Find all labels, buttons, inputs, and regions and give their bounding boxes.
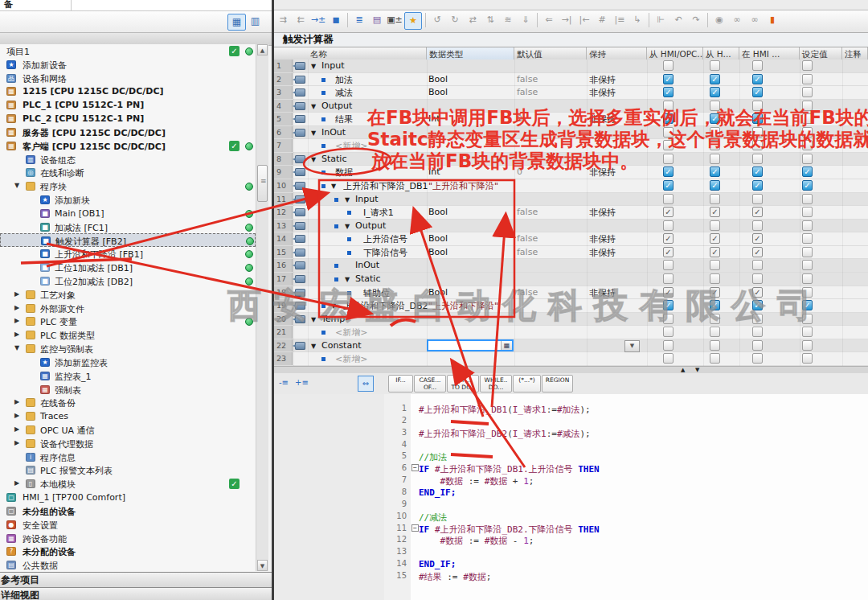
in-hmi-checkbox[interactable]: ✓ bbox=[752, 207, 763, 217]
setpoint-checkbox[interactable] bbox=[802, 273, 813, 284]
hmi-opc-checkbox[interactable]: ✓ bbox=[663, 87, 674, 97]
table-row-16[interactable]: 16InOut bbox=[274, 259, 868, 273]
in-hmi-checkbox[interactable]: ✓ bbox=[752, 74, 763, 84]
setpoint-checkbox[interactable] bbox=[802, 87, 813, 97]
sidebar-item-27[interactable]: ▶Traces bbox=[0, 409, 256, 424]
load-start-values-icon[interactable]: →± bbox=[310, 12, 326, 28]
in-hmi-checkbox[interactable]: ✓ bbox=[752, 87, 763, 97]
insert-row-icon[interactable]: ⇉ bbox=[275, 12, 291, 28]
member-datatype[interactable]: Bool bbox=[428, 233, 448, 244]
from-hmi-checkbox[interactable] bbox=[710, 260, 720, 270]
setpoint-checkbox[interactable] bbox=[802, 127, 813, 138]
setpoint-checkbox[interactable] bbox=[802, 340, 813, 351]
snippet-for-button[interactable]: FOR... TO DO.. bbox=[447, 375, 479, 392]
hmi-opc-checkbox[interactable] bbox=[663, 353, 674, 364]
insert-network-icon[interactable]: ⊩ bbox=[653, 12, 669, 28]
setpoint-checkbox[interactable] bbox=[802, 287, 813, 298]
redo-icon[interactable]: ↷ bbox=[688, 12, 704, 28]
table-row-14[interactable]: 14上升沿信号Boolfalse非保持✓✓✓ bbox=[274, 232, 868, 246]
compare-values-icon[interactable]: ≋ bbox=[500, 12, 516, 28]
table-row-9[interactable]: 9数据Int0非保持✓✓✓✓ bbox=[274, 166, 868, 179]
overview-toggle-icon[interactable]: ▦ bbox=[227, 14, 246, 31]
sidebar-item-12[interactable]: ■Main [OB1] bbox=[0, 207, 256, 221]
sidebar-item-16[interactable]: ■工位1加减法 [DB1] bbox=[0, 261, 256, 275]
go-offline-icon[interactable]: ∞ bbox=[747, 12, 763, 28]
hmi-opc-checkbox[interactable]: ✓ bbox=[663, 180, 674, 191]
column-header-6[interactable]: 在 HMI ... bbox=[739, 47, 800, 60]
member-datatype[interactable]: Int bbox=[428, 113, 440, 124]
hmi-opc-checkbox[interactable]: ✓ bbox=[663, 300, 674, 310]
column-header-1[interactable]: 数据类型 bbox=[427, 47, 514, 60]
hmi-opc-checkbox[interactable]: ✓ bbox=[663, 113, 674, 124]
column-header-8[interactable]: 注释 bbox=[842, 47, 868, 60]
in-hmi-checkbox[interactable]: ✓ bbox=[752, 113, 763, 124]
from-hmi-checkbox[interactable] bbox=[710, 273, 720, 284]
sidebar-item-10[interactable]: ▼程序块 bbox=[0, 179, 256, 194]
setpoint-checkbox[interactable] bbox=[802, 60, 813, 71]
sidebar-item-28[interactable]: ▶OPC UA 通信 bbox=[0, 423, 256, 438]
snippet-region-button[interactable]: REGION bbox=[542, 375, 573, 392]
snippet-while-button[interactable]: WHILE.. DO... bbox=[480, 375, 512, 392]
table-row-11[interactable]: 11▼Input bbox=[274, 193, 868, 207]
member-name[interactable]: Output bbox=[321, 101, 352, 111]
retain-dropdown[interactable]: ▼ bbox=[624, 340, 640, 352]
sidebar-item-4[interactable]: ▦PLC_1 [CPU 1512C-1 PN] bbox=[0, 98, 256, 113]
member-name[interactable]: 下降沿信号 bbox=[363, 247, 407, 259]
sidebar-item-6[interactable]: ▦服务器 [CPU 1215C DC/DC/DC] bbox=[0, 125, 256, 140]
code-line-12[interactable]: #数据 := #数据 - 1; bbox=[419, 535, 534, 547]
member-datatype[interactable]: "上升沿和下降沿" bbox=[428, 300, 498, 312]
table-row-18[interactable]: 18辅助位Boolfalse非保持✓✓✓ bbox=[274, 286, 868, 300]
sidebar-item-37[interactable]: ?未分配的设备 bbox=[0, 545, 256, 559]
block-interface-icon[interactable]: ▤ bbox=[369, 12, 385, 28]
chevron-down-icon[interactable]: ▼ bbox=[311, 156, 316, 163]
in-hmi-checkbox[interactable]: ✓ bbox=[752, 287, 763, 298]
from-hmi-checkbox[interactable] bbox=[710, 340, 720, 351]
hmi-opc-checkbox[interactable] bbox=[663, 140, 674, 150]
scroll-down-icon[interactable]: ▼ bbox=[257, 560, 268, 571]
setpoint-checkbox[interactable] bbox=[802, 113, 813, 124]
setpoint-checkbox[interactable] bbox=[802, 207, 813, 217]
from-hmi-checkbox[interactable]: ✓ bbox=[710, 247, 720, 257]
indent-icon[interactable]: +≡ bbox=[295, 376, 309, 390]
go-online-icon[interactable]: ∞ bbox=[729, 12, 745, 28]
member-default-value[interactable]: false bbox=[517, 207, 538, 217]
member-name[interactable]: 结果 bbox=[335, 113, 353, 125]
sidebar-item-13[interactable]: ■加减法 [FC1] bbox=[0, 220, 256, 235]
member-name[interactable]: InOut bbox=[321, 127, 346, 138]
setpoint-checkbox[interactable] bbox=[802, 314, 813, 324]
member-name[interactable]: Static bbox=[321, 154, 346, 164]
member-name[interactable]: 上升沿和下降沿_DB1 bbox=[343, 180, 428, 192]
from-hmi-checkbox[interactable] bbox=[710, 154, 720, 164]
copy-snapshot-icon[interactable]: ⇄ bbox=[465, 12, 481, 28]
sidebar-item-31[interactable]: ▤PLC 报警文本列表 bbox=[0, 463, 256, 478]
hmi-opc-checkbox[interactable]: ✓ bbox=[663, 233, 674, 244]
scl-code-editor[interactable]: #上升沿和下降沿_DB1(I_请求1:=#加法);#上升沿和下降沿_DB2(I_… bbox=[411, 394, 868, 600]
in-hmi-checkbox[interactable] bbox=[752, 340, 763, 351]
table-row-20[interactable]: 20▼Temp bbox=[274, 313, 868, 327]
chevron-right-icon[interactable]: ▶ bbox=[14, 331, 19, 338]
column-header-2[interactable]: 默认值 bbox=[514, 47, 587, 60]
table-row-23[interactable]: 23<新增> bbox=[274, 352, 868, 366]
outdent-icon[interactable]: -≡ bbox=[279, 376, 289, 390]
member-name[interactable]: 数据 bbox=[335, 166, 353, 179]
member-default-value[interactable]: 0 bbox=[517, 166, 522, 177]
member-retain[interactable]: 非保持 bbox=[589, 207, 616, 219]
hmi-opc-checkbox[interactable]: ✓ bbox=[663, 287, 674, 298]
member-name[interactable]: 减法 bbox=[335, 87, 353, 99]
hmi-opc-checkbox[interactable] bbox=[663, 194, 674, 204]
table-row-1[interactable]: 1▼Input bbox=[274, 60, 868, 73]
member-datatype[interactable]: "上升沿和下降沿" bbox=[428, 180, 498, 192]
sidebar-item-14[interactable]: ■触发计算器 [FB2] bbox=[0, 233, 256, 247]
monitor-all-icon[interactable]: ★ bbox=[404, 12, 422, 30]
setpoint-checkbox[interactable] bbox=[802, 154, 813, 164]
sidebar-item-35[interactable]: ●安全设置 bbox=[0, 518, 256, 532]
from-hmi-checkbox[interactable] bbox=[710, 101, 720, 111]
snippet-if-button[interactable]: IF... bbox=[388, 375, 413, 392]
in-hmi-checkbox[interactable] bbox=[752, 154, 763, 164]
sidebar-item-32[interactable]: ▶▯本地模块✓ bbox=[0, 477, 256, 491]
sidebar-item-19[interactable]: ▶外部源文件 bbox=[0, 302, 256, 316]
chevron-down-icon[interactable]: ▼ bbox=[14, 182, 19, 189]
in-hmi-checkbox[interactable] bbox=[752, 101, 763, 111]
hmi-opc-checkbox[interactable] bbox=[663, 314, 674, 324]
column-header-0[interactable]: 名称 bbox=[308, 47, 427, 60]
